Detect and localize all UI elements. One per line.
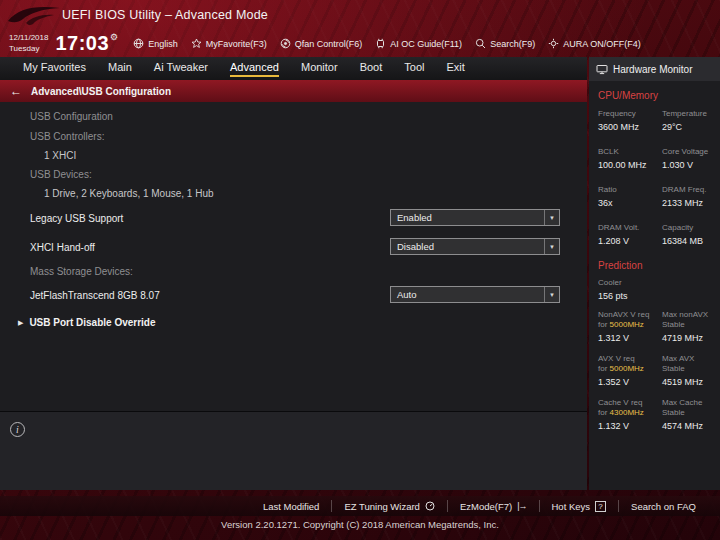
hm-value: 36x bbox=[598, 198, 662, 208]
monitor-icon bbox=[596, 64, 608, 75]
last-modified-button[interactable]: Last Modified bbox=[251, 500, 332, 512]
hm-label: Temperature bbox=[662, 109, 718, 119]
aura-toggle-button[interactable]: AURA ON/OFF(F4) bbox=[548, 38, 641, 49]
globe-icon bbox=[133, 38, 144, 49]
usb-controllers-value: 1 XHCI bbox=[44, 150, 76, 161]
my-favorite-button[interactable]: MyFavorite(F3) bbox=[191, 38, 267, 49]
tab-label: Monitor bbox=[301, 61, 338, 77]
quick-button-label: English bbox=[148, 39, 178, 49]
search-button[interactable]: Search(F9) bbox=[475, 38, 535, 49]
time-display: 17:03 bbox=[55, 32, 109, 55]
tab-label: Main bbox=[108, 61, 132, 77]
hm-label: for bbox=[598, 408, 607, 417]
qfan-control-button[interactable]: Qfan Control(F6) bbox=[280, 38, 363, 49]
wizard-gauge-icon bbox=[425, 501, 435, 511]
tab-label: Exit bbox=[446, 61, 464, 77]
hm-label: Stable bbox=[662, 320, 685, 329]
usb-port-disable-override-item[interactable]: ▶ USB Port Disable Override bbox=[18, 317, 156, 328]
hm-cell: Max nonAVX Stable 4719 MHz bbox=[662, 310, 718, 343]
tab-tool[interactable]: Tool bbox=[393, 57, 435, 80]
jetflash-device-label: JetFlashTranscend 8GB 8.07 bbox=[30, 290, 160, 301]
tab-my-favorites[interactable]: My Favorites bbox=[12, 57, 97, 80]
hm-label: Stable bbox=[662, 364, 685, 373]
usb-devices-label: USB Devices: bbox=[30, 169, 92, 180]
bb-label: Hot Keys bbox=[552, 501, 591, 512]
hm-cell: Frequency 3600 MHz bbox=[598, 109, 662, 132]
hardware-monitor-panel: Hardware Monitor CPU/Memory Frequency 36… bbox=[589, 57, 720, 490]
page-title: UEFI BIOS Utility – Advanced Mode bbox=[62, 8, 268, 22]
back-arrow-icon[interactable]: ← bbox=[10, 84, 22, 98]
tab-label: Tool bbox=[404, 61, 424, 77]
hm-value: 2133 MHz bbox=[662, 198, 718, 208]
bottom-action-bar: Last Modified EZ Tuning Wizard EzMode(F7… bbox=[0, 496, 720, 516]
hm-label: Stable bbox=[662, 408, 685, 417]
hm-value: 4574 MHz bbox=[662, 421, 718, 431]
search-icon bbox=[475, 38, 486, 49]
tab-label: Boot bbox=[360, 61, 383, 77]
hm-label: Core Voltage bbox=[662, 147, 718, 157]
select-value: Auto bbox=[391, 287, 544, 302]
hm-value: 156 pts bbox=[598, 291, 720, 301]
titlebar: UEFI BIOS Utility – Advanced Mode bbox=[0, 0, 720, 30]
hm-label: AVX V req bbox=[598, 354, 635, 363]
breadcrumb: ← Advanced\USB Configuration bbox=[0, 80, 587, 102]
quick-button-label: MyFavorite(F3) bbox=[206, 39, 267, 49]
hm-cell: BCLK 100.00 MHz bbox=[598, 147, 662, 170]
quick-button-label: AURA ON/OFF(F4) bbox=[563, 39, 641, 49]
hm-label: Ratio bbox=[598, 185, 662, 195]
xhci-handoff-label: XHCI Hand-off bbox=[30, 242, 95, 253]
tab-ai-tweaker[interactable]: Ai Tweaker bbox=[143, 57, 219, 80]
tab-advanced[interactable]: Advanced bbox=[219, 57, 290, 80]
hm-value: 29°C bbox=[662, 122, 718, 132]
cooler-cell: Cooler 156 pts bbox=[598, 278, 720, 301]
chevron-down-icon: ▼ bbox=[544, 239, 559, 254]
rog-logo bbox=[6, 1, 62, 29]
usb-devices-value: 1 Drive, 2 Keyboards, 1 Mouse, 1 Hub bbox=[44, 188, 214, 199]
hm-value: 16384 MB bbox=[662, 236, 718, 246]
submenu-label: USB Port Disable Override bbox=[29, 317, 155, 328]
legacy-usb-support-select[interactable]: Enabled ▼ bbox=[390, 209, 560, 226]
hm-value: 1.312 V bbox=[598, 333, 662, 343]
menu-tabbar: My Favorites Main Ai Tweaker Advanced Mo… bbox=[0, 57, 587, 80]
ezmode-button[interactable]: EzMode(F7) |→ bbox=[447, 500, 539, 512]
xhci-handoff-select[interactable]: Disabled ▼ bbox=[390, 238, 560, 255]
hm-cell: Max AVX Stable 4519 MHz bbox=[662, 354, 718, 387]
hm-label: Max AVX bbox=[662, 354, 694, 363]
question-icon: ? bbox=[595, 501, 606, 512]
info-icon: i bbox=[10, 422, 25, 437]
bios-screen: UEFI BIOS Utility – Advanced Mode 12/11/… bbox=[0, 0, 720, 540]
jetflash-device-select[interactable]: Auto ▼ bbox=[390, 286, 560, 303]
ezmode-icon: |→ bbox=[517, 501, 526, 511]
day-text: Tuesday bbox=[9, 44, 48, 54]
quick-button-label: AI OC Guide(F11) bbox=[390, 39, 462, 49]
hm-label: Capacity bbox=[662, 223, 718, 233]
bb-label: EzMode(F7) bbox=[460, 501, 512, 512]
ai-oc-guide-button[interactable]: AI OC Guide(F11) bbox=[375, 38, 462, 49]
time-settings-gear-icon[interactable]: ⚙ bbox=[110, 32, 118, 42]
usb-configuration-heading: USB Configuration bbox=[30, 111, 113, 122]
tab-label: My Favorites bbox=[23, 61, 86, 77]
hm-label: DRAM Volt. bbox=[598, 223, 662, 233]
bb-label: EZ Tuning Wizard bbox=[344, 501, 420, 512]
tab-boot[interactable]: Boot bbox=[349, 57, 394, 80]
select-value: Enabled bbox=[391, 210, 544, 225]
language-button[interactable]: English bbox=[133, 38, 178, 49]
hm-value: 4719 MHz bbox=[662, 333, 718, 343]
ez-tuning-wizard-button[interactable]: EZ Tuning Wizard bbox=[331, 500, 447, 512]
chevron-down-icon: ▼ bbox=[544, 287, 559, 302]
hm-label: BCLK bbox=[598, 147, 662, 157]
search-on-faq-button[interactable]: Search on FAQ bbox=[618, 500, 708, 512]
hot-keys-button[interactable]: Hot Keys ? bbox=[539, 500, 619, 512]
hm-label: Cooler bbox=[598, 278, 720, 288]
hm-value: 1.132 V bbox=[598, 421, 662, 431]
hardware-monitor-title: Hardware Monitor bbox=[613, 64, 692, 75]
tab-main[interactable]: Main bbox=[97, 57, 143, 80]
hm-freq: 5000MHz bbox=[610, 364, 644, 373]
help-panel: i bbox=[0, 411, 587, 490]
cpu-memory-grid: Frequency 3600 MHz Temperature 29°C BCLK… bbox=[598, 109, 720, 246]
tab-exit[interactable]: Exit bbox=[435, 57, 475, 80]
tab-label: Advanced bbox=[230, 61, 279, 77]
date-text: 12/11/2018 bbox=[9, 33, 48, 43]
tab-monitor[interactable]: Monitor bbox=[290, 57, 349, 80]
hm-value: 1.208 V bbox=[598, 236, 662, 246]
